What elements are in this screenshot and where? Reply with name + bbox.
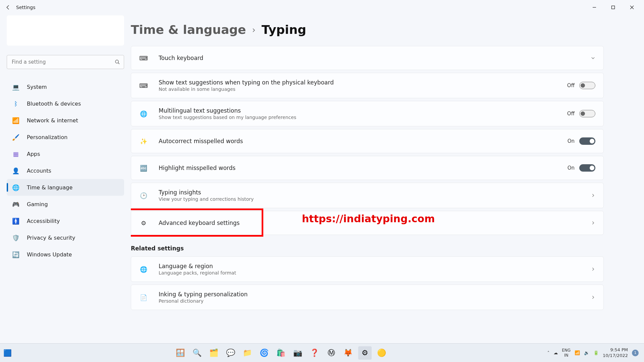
sidebar-item-system[interactable]: 💻 System — [7, 78, 124, 95]
store-button[interactable]: 🛍️ — [274, 346, 288, 360]
svg-rect-1 — [612, 6, 615, 9]
nav-icon: 🔄 — [11, 250, 20, 259]
sidebar-item-accessibility[interactable]: 🚹 Accessibility — [7, 213, 124, 229]
sidebar-item-label: Network & internet — [27, 117, 78, 124]
sidebar-item-bluetooth-devices[interactable]: ᛒ Bluetooth & devices — [7, 95, 124, 112]
sidebar-item-privacy-security[interactable]: 🛡️ Privacy & security — [7, 229, 124, 246]
account-block[interactable] — [7, 15, 124, 46]
nav-icon: ▦ — [11, 149, 20, 158]
globe-icon: 🌐 — [139, 265, 148, 274]
sidebar-item-label: Personalization — [27, 134, 67, 140]
app-icon[interactable]: Ⓜ — [325, 346, 338, 360]
app-icon[interactable]: 📷 — [291, 346, 305, 360]
chevron-right-icon — [591, 295, 595, 300]
nav-icon: 🛡️ — [11, 233, 20, 242]
sidebar-item-label: Accessibility — [27, 218, 60, 224]
minimize-button[interactable] — [585, 1, 604, 13]
edge-button[interactable]: 🌀 — [258, 346, 271, 360]
tray-chevron-icon[interactable]: ˄ — [547, 350, 550, 355]
touch-keyboard-row[interactable]: ⌨ Touch keyboard — [131, 46, 604, 70]
autocorrect-toggle[interactable] — [579, 137, 595, 145]
start-button[interactable]: 🪟 — [174, 346, 187, 360]
typing-insights-row[interactable]: 🕑 Typing insights View your typing and c… — [131, 183, 604, 208]
nav-icon: 👤 — [11, 166, 20, 175]
physical-suggestions-toggle[interactable] — [579, 82, 595, 89]
maximize-button[interactable] — [604, 1, 623, 13]
taskbar: 🟦 🪟 🔍 🗂️ 💬 📁 🌀 🛍️ 📷 ❓ Ⓜ 🦊 ⚙ 🟡 ˄ ☁ ENG IN… — [0, 343, 644, 362]
search-icon — [115, 59, 120, 65]
history-icon: 🕑 — [139, 191, 148, 200]
search-input[interactable] — [7, 55, 124, 69]
nav-icon: 🖌️ — [11, 133, 20, 141]
nav-icon: ᛒ — [11, 99, 20, 108]
physical-suggestions-row: ⌨ Show text suggestions when typing on t… — [131, 73, 604, 98]
language-indicator[interactable]: ENG IN — [562, 348, 571, 358]
sidebar-item-label: Bluetooth & devices — [27, 101, 81, 107]
nav-icon: 🚹 — [11, 217, 20, 225]
task-view-button[interactable]: 🗂️ — [207, 346, 221, 360]
battery-icon[interactable]: 🔋 — [593, 350, 599, 355]
chevron-right-icon — [591, 267, 595, 272]
annotation-text: https://indiatyping.com — [302, 213, 435, 225]
wand-icon: ✨ — [139, 137, 148, 145]
sidebar-item-apps[interactable]: ▦ Apps — [7, 145, 124, 162]
sidebar-item-accounts[interactable]: 👤 Accounts — [7, 162, 124, 179]
sidebar-item-label: Accounts — [27, 168, 51, 174]
chat-button[interactable]: 💬 — [224, 346, 237, 360]
nav-icon: 💻 — [11, 82, 20, 91]
wifi-icon[interactable]: 📶 — [575, 350, 580, 355]
chevron-down-icon — [591, 56, 595, 60]
chevron-right-icon — [591, 221, 595, 225]
sidebar-item-label: System — [27, 84, 47, 90]
sidebar-item-personalization[interactable]: 🖌️ Personalization — [7, 129, 124, 145]
globe-icon: 🌐 — [139, 109, 148, 118]
close-button[interactable] — [623, 1, 641, 13]
settings-taskbar-button[interactable]: ⚙ — [358, 346, 372, 360]
chevron-right-icon — [591, 193, 595, 198]
notification-badge[interactable]: 1 — [632, 350, 639, 356]
multilingual-row: 🌐 Multilingual text suggestions Show tex… — [131, 101, 604, 126]
nav-icon: 🌐 — [11, 183, 20, 192]
related-settings-header: Related settings — [131, 245, 604, 252]
widgets-button[interactable]: 🟦 — [3, 349, 12, 357]
sidebar-item-label: Time & language — [27, 184, 72, 191]
firefox-button[interactable]: 🦊 — [341, 346, 355, 360]
inking-row[interactable]: 📄 Inking & typing personalization Person… — [131, 285, 604, 310]
app-icon[interactable]: ❓ — [308, 346, 321, 360]
search-taskbar-button[interactable]: 🔍 — [191, 346, 204, 360]
page-icon: 📄 — [139, 293, 148, 302]
clock[interactable]: 9:54 PM 10/17/2022 — [603, 347, 628, 359]
sidebar-item-label: Privacy & security — [27, 235, 75, 241]
sidebar-item-label: Apps — [27, 151, 40, 157]
svg-point-4 — [115, 60, 118, 63]
app-title: Settings — [16, 5, 35, 10]
highlight-toggle[interactable] — [579, 164, 595, 172]
spellcheck-icon: 🔤 — [139, 164, 148, 172]
file-explorer-button[interactable]: 📁 — [241, 346, 254, 360]
nav-icon: 📶 — [11, 116, 20, 125]
autocorrect-row: ✨ Autocorrect misspelled words On — [131, 129, 604, 153]
nav-icon: 🎮 — [11, 200, 20, 208]
sidebar-item-label: Windows Update — [27, 251, 72, 258]
breadcrumb-parent[interactable]: Time & language — [131, 23, 246, 37]
keyboard-icon: ⌨ — [139, 81, 148, 90]
sidebar-item-network-internet[interactable]: 📶 Network & internet — [7, 112, 124, 129]
multilingual-toggle[interactable] — [579, 110, 595, 117]
breadcrumb: Time & language › Typing — [131, 23, 604, 37]
gear-icon: ⚙ — [139, 219, 148, 227]
language-region-row[interactable]: 🌐 Language & region Language packs, regi… — [131, 256, 604, 282]
sidebar-item-label: Gaming — [27, 201, 48, 207]
highlight-row: 🔤 Highlight misspelled words On — [131, 156, 604, 180]
page-title: Typing — [262, 23, 306, 37]
chrome-button[interactable]: 🟡 — [375, 346, 388, 360]
sidebar-item-gaming[interactable]: 🎮 Gaming — [7, 196, 124, 213]
back-button[interactable] — [3, 2, 13, 13]
keyboard-icon: ⌨ — [139, 54, 148, 62]
volume-icon[interactable]: 🔉 — [584, 350, 589, 355]
sidebar-item-time-language[interactable]: 🌐 Time & language — [7, 179, 124, 196]
sidebar-item-windows-update[interactable]: 🔄 Windows Update — [7, 246, 124, 263]
chevron-right-icon: › — [252, 25, 255, 35]
svg-line-5 — [118, 63, 119, 64]
onedrive-icon[interactable]: ☁ — [553, 350, 558, 355]
